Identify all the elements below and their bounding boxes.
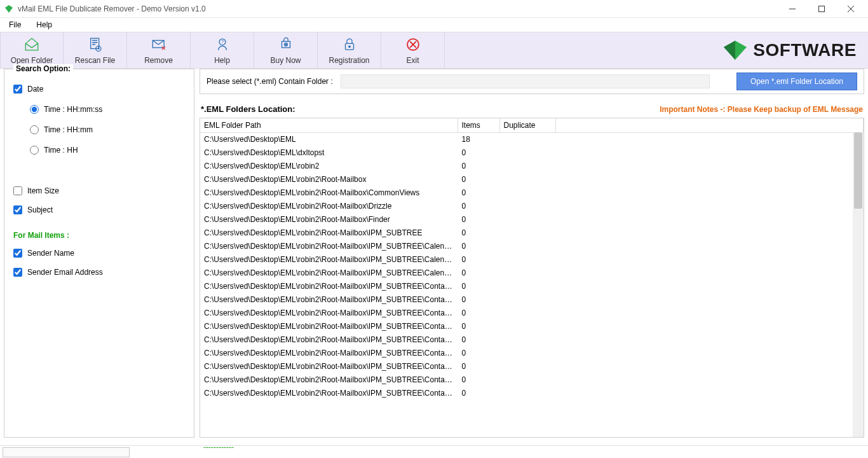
cell-spacer: [555, 226, 864, 240]
item-size-checkbox[interactable]: Item Size: [13, 186, 185, 195]
close-button[interactable]: [836, 0, 865, 18]
vertical-scrollbar[interactable]: [853, 132, 864, 437]
cell-items: 0: [458, 267, 499, 280]
cell-items: 0: [458, 200, 499, 213]
cell-items: 0: [458, 307, 499, 320]
toolbar-label: Help: [214, 56, 230, 65]
sender-name-checkbox-input[interactable]: [13, 249, 22, 258]
cell-path: C:\Users\ved\Desktop\EML\robin2\Root-Mai…: [200, 253, 458, 267]
cell-path: C:\Users\ved\Desktop\EML\robin2\Root-Mai…: [200, 200, 458, 213]
menu-help[interactable]: Help: [32, 19, 56, 31]
col-duplicate[interactable]: Duplicate: [499, 118, 555, 133]
time-hhmm-input[interactable]: [30, 125, 39, 134]
table-row[interactable]: C:\Users\ved\Desktop\EML\robin2\Root-Mai…: [200, 226, 864, 240]
table-row[interactable]: C:\Users\ved\Desktop\EML\robin2\Root-Mai…: [200, 320, 864, 333]
maximize-button[interactable]: [807, 0, 836, 18]
table-row[interactable]: C:\Users\ved\Desktop\EML\robin2\Root-Mai…: [200, 200, 864, 213]
statusbar-cell: [3, 447, 130, 457]
table-row[interactable]: C:\Users\ved\Desktop\EML\robin2\Root-Mai…: [200, 387, 864, 400]
sender-email-checkbox[interactable]: Sender Email Address: [13, 268, 185, 277]
table-row[interactable]: C:\Users\ved\Desktop\EML\robin2\Root-Mai…: [200, 373, 864, 387]
table-row[interactable]: C:\Users\ved\Desktop\EML\robin2\Root-Mai…: [200, 173, 864, 186]
cell-items: 0: [458, 173, 499, 186]
table-row[interactable]: C:\Users\ved\Desktop\EML\robin2\Root-Mai…: [200, 347, 864, 360]
open-folder-button[interactable]: Open Folder: [0, 32, 64, 68]
time-hh-input[interactable]: [30, 146, 39, 155]
table-row[interactable]: C:\Users\ved\Desktop\EML\robin2\Root-Mai…: [200, 186, 864, 200]
toolbar: Open Folder Rescan File Remove ? Help Bu…: [0, 32, 868, 69]
subject-checkbox[interactable]: Subject: [13, 205, 185, 214]
item-size-checkbox-input[interactable]: [13, 186, 22, 195]
cell-spacer: [555, 200, 864, 213]
time-hhmmss-input[interactable]: [30, 105, 39, 114]
toolbar-label: Rescan File: [75, 56, 115, 65]
cell-spacer: [555, 347, 864, 360]
toolbar-label: Exit: [406, 56, 419, 65]
folders-table-wrap: EML Folder Path Items Duplicate C:\Users…: [200, 118, 864, 438]
cell-spacer: [555, 160, 864, 173]
exit-button[interactable]: Exit: [381, 32, 445, 68]
svg-point-9: [348, 46, 349, 47]
time-hhmmss-radio[interactable]: Time : HH:mm:ss: [30, 105, 185, 114]
cell-duplicate: [499, 253, 555, 267]
table-row[interactable]: C:\Users\ved\Desktop\EML\robin2\Root-Mai…: [200, 360, 864, 373]
cell-items: 0: [458, 360, 499, 373]
table-row[interactable]: C:\Users\ved\Desktop\EML18: [200, 133, 864, 146]
buy-now-button[interactable]: Buy Now: [254, 32, 318, 68]
cell-path: C:\Users\ved\Desktop\EML\robin2\Root-Mai…: [200, 267, 458, 280]
cell-duplicate: [499, 200, 555, 213]
table-row[interactable]: C:\Users\ved\Desktop\EML\robin2\Root-Mai…: [200, 293, 864, 307]
cell-path: C:\Users\ved\Desktop\EML\robin2\Root-Mai…: [200, 280, 458, 293]
cell-spacer: [555, 213, 864, 226]
time-hh-radio[interactable]: Time : HH: [30, 146, 185, 155]
subject-checkbox-input[interactable]: [13, 205, 22, 214]
toolbar-label: Registration: [329, 56, 369, 65]
cell-items: 0: [458, 333, 499, 347]
col-path[interactable]: EML Folder Path: [200, 118, 458, 133]
cell-duplicate: [499, 333, 555, 347]
folders-table: EML Folder Path Items Duplicate C:\Users…: [200, 118, 864, 400]
table-row[interactable]: C:\Users\ved\Desktop\EML\dxltopst0: [200, 146, 864, 160]
cell-items: 18: [458, 133, 499, 146]
cell-spacer: [555, 360, 864, 373]
scrollbar-thumb[interactable]: [854, 132, 862, 209]
registration-button[interactable]: Registration: [318, 32, 381, 68]
sender-email-checkbox-input[interactable]: [13, 268, 22, 277]
search-option-title: Search Option:: [13, 64, 73, 73]
rescan-file-button[interactable]: Rescan File: [64, 32, 127, 68]
menu-file[interactable]: File: [5, 19, 25, 31]
date-checkbox-input[interactable]: [13, 85, 22, 94]
table-row[interactable]: C:\Users\ved\Desktop\EML\robin2\Root-Mai…: [200, 267, 864, 280]
cell-spacer: [555, 387, 864, 400]
date-checkbox[interactable]: Date: [13, 85, 185, 94]
time-hhmm-radio[interactable]: Time : HH:mm: [30, 125, 185, 134]
cell-path: C:\Users\ved\Desktop\EML\robin2\Root-Mai…: [200, 293, 458, 307]
table-row[interactable]: C:\Users\ved\Desktop\EML\robin2\Root-Mai…: [200, 307, 864, 320]
exit-icon: [405, 36, 421, 55]
sender-name-checkbox[interactable]: Sender Name: [13, 249, 185, 258]
cell-spacer: [555, 240, 864, 253]
open-eml-folder-button[interactable]: Open *.eml Folder Location: [736, 73, 857, 90]
folder-path-input[interactable]: [341, 74, 710, 88]
table-row[interactable]: C:\Users\ved\Desktop\EML\robin20: [200, 160, 864, 173]
svg-rect-1: [90, 38, 98, 48]
minimize-button[interactable]: [778, 0, 807, 18]
toolbar-label: Open Folder: [11, 56, 53, 65]
cart-icon: [278, 36, 294, 55]
help-button[interactable]: ? Help: [191, 32, 254, 68]
checkbox-label: Item Size: [27, 186, 59, 195]
checkbox-label: Subject: [27, 205, 53, 214]
table-row[interactable]: C:\Users\ved\Desktop\EML\robin2\Root-Mai…: [200, 280, 864, 293]
table-row[interactable]: C:\Users\ved\Desktop\EML\robin2\Root-Mai…: [200, 333, 864, 347]
cell-spacer: [555, 320, 864, 333]
table-row[interactable]: C:\Users\ved\Desktop\EML\robin2\Root-Mai…: [200, 213, 864, 226]
table-row[interactable]: C:\Users\ved\Desktop\EML\robin2\Root-Mai…: [200, 240, 864, 253]
remove-button[interactable]: Remove: [127, 32, 191, 68]
cell-spacer: [555, 307, 864, 320]
cell-spacer: [555, 280, 864, 293]
col-items[interactable]: Items: [458, 118, 499, 133]
table-row[interactable]: C:\Users\ved\Desktop\EML\robin2\Root-Mai…: [200, 253, 864, 267]
cell-path: C:\Users\ved\Desktop\EML\robin2\Root-Mai…: [200, 333, 458, 347]
cell-path: C:\Users\ved\Desktop\EML\robin2\Root-Mai…: [200, 347, 458, 360]
cell-items: 0: [458, 253, 499, 267]
